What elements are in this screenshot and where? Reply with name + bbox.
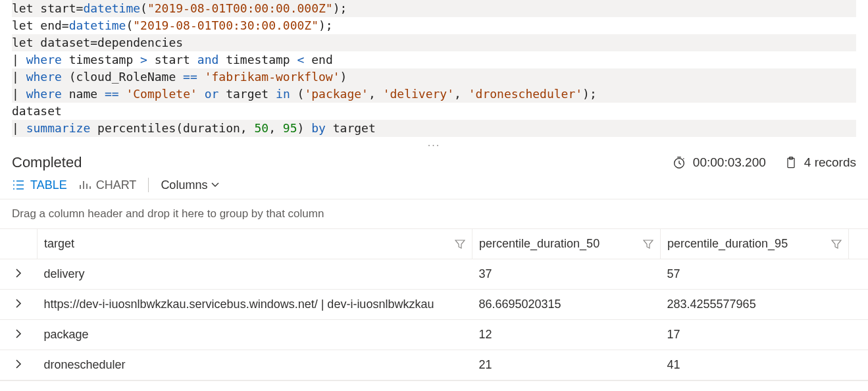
columns-label: Columns [161,178,207,192]
code-line: | where (cloud_RoleName == 'fabrikam-wor… [12,68,856,86]
col-label: percentile_duration_50 [479,237,600,251]
results-toolbar: TABLE CHART Columns [0,175,868,199]
col-spacer [849,229,869,259]
records-stat: 4 records [784,155,856,170]
cell-target: dronescheduler [38,350,472,380]
table-tab-label: TABLE [30,178,67,192]
duration-stat: 00:00:03.200 [672,155,766,170]
stopwatch-icon [672,155,686,170]
status-label: Completed [12,154,82,171]
bar-chart-icon [79,180,91,190]
query-editor[interactable]: let start=datetime("2019-08-01T00:00:00.… [0,0,868,141]
code-line: let dataset=dependencies [12,34,856,51]
cell-p95: 41 [661,350,849,380]
table-row: package1217 [0,320,868,350]
table-row: https://dev-i-iuosnlbwkzkau.servicebus.w… [0,290,868,320]
clipboard-icon [784,155,798,170]
chevron-down-icon [211,182,219,188]
row-expander[interactable] [0,259,38,290]
chevron-right-icon [15,299,22,308]
code-line: let start=datetime("2019-08-01T00:00:00.… [12,0,856,17]
cell-spacer [849,259,869,290]
filter-icon[interactable] [643,240,653,249]
chart-tab-label: CHART [96,178,137,192]
list-icon [12,180,25,190]
code-line: let end=datetime("2019-08-01T00:30:00.00… [12,17,856,34]
col-label: target [44,237,74,251]
expander-header [0,229,38,259]
cell-p50: 21 [472,350,661,380]
chevron-right-icon [15,269,22,278]
col-header-p50[interactable]: percentile_duration_50 [472,229,661,259]
table-row: dronescheduler2141 [0,350,868,380]
group-by-drop-zone[interactable]: Drag a column header and drop it here to… [0,199,868,229]
row-expander[interactable] [0,290,38,320]
code-line: | where timestamp > start and timestamp … [12,51,856,68]
cell-spacer [849,350,869,380]
duration-value: 00:00:03.200 [693,155,766,170]
records-value: 4 records [804,155,856,170]
cell-p95: 17 [661,320,849,350]
row-expander[interactable] [0,350,38,380]
header-row: target percentile_duration_50 percentile… [0,229,868,259]
status-bar: Completed 00:00:03.200 4 records [0,150,868,175]
chevron-right-icon [15,329,22,338]
code-line: | where name == 'Complete' or target in … [12,86,856,103]
cell-p50: 37 [472,259,661,290]
group-by-hint: Drag a column header and drop it here to… [12,207,324,220]
split-handle[interactable]: ··· [0,141,868,150]
col-header-p95[interactable]: percentile_duration_95 [661,229,849,259]
columns-button[interactable]: Columns [161,178,219,192]
results-table: target percentile_duration_50 percentile… [0,229,868,380]
cell-target: delivery [38,259,472,290]
cell-p95: 57 [661,259,849,290]
row-expander[interactable] [0,320,38,350]
col-label: percentile_duration_95 [667,237,788,251]
col-header-target[interactable]: target [38,229,472,259]
code-line: | summarize percentiles(duration, 50, 95… [12,120,856,137]
code-line: dataset [12,103,856,120]
cell-p95: 283.4255577965 [661,290,849,320]
chart-tab[interactable]: CHART [79,178,137,192]
filter-icon[interactable] [455,240,465,249]
cell-target: package [38,320,472,350]
cell-p50: 12 [472,320,661,350]
cell-target: https://dev-i-iuosnlbwkzkau.servicebus.w… [38,290,472,320]
cell-spacer [849,320,869,350]
toolbar-divider [148,178,149,192]
filter-icon[interactable] [831,240,842,249]
table-tab[interactable]: TABLE [12,178,67,192]
cell-spacer [849,290,869,320]
chevron-right-icon [15,359,22,369]
cell-p50: 86.6695020315 [472,290,661,320]
table-row: delivery3757 [0,259,868,290]
